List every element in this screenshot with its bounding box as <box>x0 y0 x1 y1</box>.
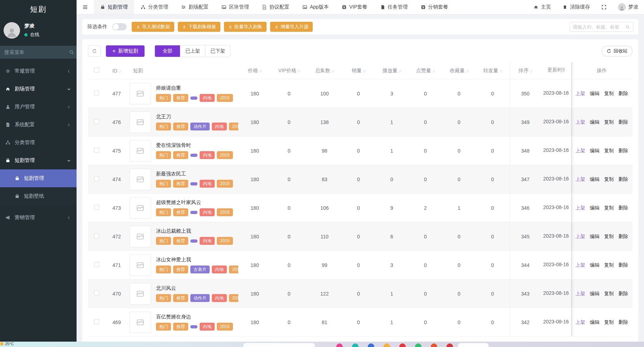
row-checkbox[interactable] <box>94 262 99 267</box>
column-header-收藏量[interactable]: 收藏量↓↑ <box>442 62 476 79</box>
action-delete[interactable]: 删除 <box>619 319 628 326</box>
action-copy[interactable]: 复制 <box>604 262 614 268</box>
row-checkbox[interactable] <box>94 90 99 95</box>
drama-thumbnail[interactable] <box>130 111 151 133</box>
action-onshelf[interactable]: 上架 <box>576 90 585 97</box>
action-copy[interactable]: 复制 <box>604 119 614 125</box>
column-header-销量[interactable]: 销量↓↑ <box>342 62 375 79</box>
search-icon[interactable] <box>69 50 74 55</box>
action-onshelf[interactable]: 上架 <box>576 176 585 183</box>
sort-icon[interactable]: ↓↑ <box>432 69 435 73</box>
recycle-bin-button[interactable]: 回收站 <box>601 46 633 56</box>
nav-tab-分类管理[interactable]: 分类管理 <box>134 0 175 14</box>
sort-icon[interactable]: ↓↑ <box>118 69 121 73</box>
action-edit[interactable]: 编辑 <box>590 262 600 268</box>
nav-tab-短剧管理[interactable]: 短剧管理 <box>94 0 134 14</box>
nav-tab-任务管理[interactable]: 任务管理 <box>374 0 414 14</box>
column-header-VIP价格[interactable]: VIP价格↓↑ <box>271 62 307 79</box>
sort-icon[interactable]: ↓↑ <box>499 69 502 73</box>
action-edit[interactable]: 编辑 <box>590 233 600 240</box>
action-copy[interactable]: 复制 <box>604 319 614 326</box>
sort-icon[interactable]: ↓↑ <box>466 69 468 73</box>
drama-thumbnail[interactable] <box>130 254 151 276</box>
sidebar-item-系统配置[interactable]: 系统配置 <box>0 116 77 134</box>
nav-tab-VIP套餐[interactable]: VIP套餐 <box>335 0 374 14</box>
home-link[interactable]: 主页 <box>528 0 557 14</box>
status-tab-已上架[interactable]: 已上架 <box>180 45 205 57</box>
drama-thumbnail[interactable] <box>130 226 151 247</box>
nav-tab-区块管理[interactable]: 区块管理 <box>215 0 255 14</box>
action-delete[interactable]: 删除 <box>619 262 628 268</box>
row-checkbox[interactable] <box>94 233 99 238</box>
taskbar-search-pill[interactable] <box>243 343 315 347</box>
sidebar-item-分类管理[interactable]: 分类管理 <box>0 134 77 152</box>
action-onshelf[interactable]: 上架 <box>576 291 585 297</box>
row-checkbox[interactable] <box>94 319 99 324</box>
sort-icon[interactable]: ↓↑ <box>259 69 262 73</box>
row-checkbox[interactable] <box>94 119 99 124</box>
action-delete[interactable]: 删除 <box>619 176 628 183</box>
filter-toggle[interactable] <box>112 23 127 30</box>
action-edit[interactable]: 编辑 <box>590 291 600 297</box>
column-header-排序[interactable]: 排序↓↑ <box>509 62 541 79</box>
hamburger-menu-icon[interactable] <box>77 0 94 14</box>
action-edit[interactable]: 编辑 <box>590 90 600 97</box>
action-onshelf[interactable]: 上架 <box>576 148 585 154</box>
drama-thumbnail[interactable] <box>130 312 151 333</box>
sidebar-item-剧场管理[interactable]: 剧场管理 <box>0 80 77 98</box>
action-delete[interactable]: 删除 <box>619 90 628 97</box>
action-delete[interactable]: 删除 <box>619 291 628 297</box>
taskbar-pinned-pill[interactable] <box>458 343 489 347</box>
nav-tab-协议配置[interactable]: 协议配置 <box>255 0 296 14</box>
import-button-增量导入片源[interactable]: 增量导入片源 <box>270 22 313 32</box>
action-edit[interactable]: 编辑 <box>590 148 600 154</box>
action-delete[interactable]: 删除 <box>619 148 628 154</box>
clear-cache-link[interactable]: 清除缓存 <box>557 0 596 14</box>
sidebar-item-用户管理[interactable]: 用户管理 <box>0 98 77 116</box>
row-checkbox[interactable] <box>94 176 99 181</box>
action-copy[interactable]: 复制 <box>604 291 614 297</box>
sidebar-item-营销管理[interactable]: 营销管理 <box>0 209 77 227</box>
column-header-点赞量[interactable]: 点赞量↓↑ <box>409 62 442 79</box>
sidebar-item-常规管理[interactable]: 常规管理 <box>0 62 77 80</box>
nav-tab-剧场配置[interactable]: 剧场配置 <box>175 0 215 14</box>
sort-icon[interactable]: ↓↑ <box>331 69 334 73</box>
weather-widget[interactable]: 25°C <box>0 342 644 346</box>
add-drama-button[interactable]: + 新增短剧 <box>106 45 145 57</box>
column-header-价格[interactable]: 价格↓↑ <box>238 62 271 79</box>
status-tab-已下架[interactable]: 已下架 <box>205 45 230 57</box>
status-tab-全部[interactable]: 全部 <box>155 45 180 57</box>
sidebar-item-短剧壁纸[interactable]: 短剧壁纸 <box>0 187 77 205</box>
action-edit[interactable]: 编辑 <box>590 119 600 125</box>
action-delete[interactable]: 删除 <box>619 119 628 125</box>
import-button-导入测试数据[interactable]: 导入测试数据 <box>132 22 174 32</box>
action-edit[interactable]: 编辑 <box>590 176 600 183</box>
action-copy[interactable]: 复制 <box>604 176 614 183</box>
row-checkbox[interactable] <box>94 205 99 210</box>
action-copy[interactable]: 复制 <box>604 90 614 97</box>
import-button-下载剧集模板[interactable]: 下载剧集模板 <box>178 22 220 32</box>
import-button-批量导入剧集[interactable]: 批量导入剧集 <box>224 22 267 32</box>
drama-thumbnail[interactable] <box>130 83 151 104</box>
drama-thumbnail[interactable] <box>130 169 151 190</box>
sidebar-item-短剧管理[interactable]: 短剧管理 <box>0 169 77 187</box>
action-onshelf[interactable]: 上架 <box>576 233 585 240</box>
row-checkbox[interactable] <box>94 291 99 296</box>
table-search-input[interactable] <box>573 24 623 30</box>
action-copy[interactable]: 复制 <box>604 233 614 240</box>
nav-tab-分销套餐[interactable]: 分销套餐 <box>414 0 455 14</box>
user-menu[interactable]: 梦凌 <box>612 0 644 14</box>
column-header-ID[interactable]: ID↓↑ <box>105 62 128 79</box>
sort-icon[interactable]: ↓↑ <box>363 69 365 73</box>
column-header-转发量[interactable]: 转发量↓↑ <box>476 62 509 79</box>
sidebar-search-input[interactable] <box>4 49 69 55</box>
drama-thumbnail[interactable] <box>130 283 151 304</box>
action-onshelf[interactable]: 上架 <box>576 119 585 125</box>
refresh-button[interactable] <box>88 45 101 57</box>
action-delete[interactable]: 删除 <box>619 205 628 211</box>
fullscreen-button[interactable] <box>596 0 612 14</box>
select-all-checkbox[interactable] <box>94 68 99 73</box>
action-copy[interactable]: 复制 <box>604 148 614 154</box>
os-taskbar[interactable]: 25°C <box>0 342 644 347</box>
column-header-播放量[interactable]: 播放量↓↑ <box>375 62 409 79</box>
